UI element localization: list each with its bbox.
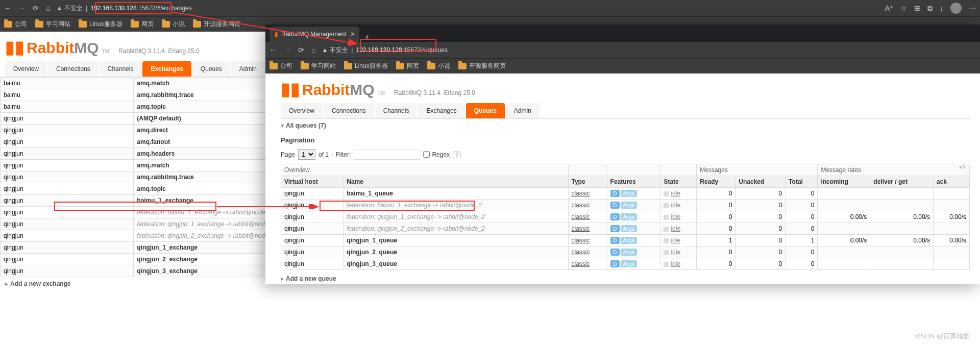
column-header[interactable]: Virtual host: [281, 176, 344, 188]
extensions-icon[interactable]: ⊞: [914, 4, 920, 12]
tab-exchanges[interactable]: Exchanges: [142, 61, 191, 77]
column-header[interactable]: Total: [786, 176, 818, 188]
bookmark-item[interactable]: 学习网站: [35, 20, 70, 29]
new-tab-button[interactable]: +: [359, 33, 374, 42]
ack-cell: [934, 188, 970, 200]
bookmark-item[interactable]: 公司: [270, 62, 292, 70]
deliver-cell: 0.00/s: [870, 211, 934, 223]
bookmark-item[interactable]: 网页: [131, 20, 154, 29]
column-header[interactable]: Type: [568, 176, 607, 188]
type-cell: classic: [568, 211, 607, 223]
tab-title: RabbitMQ Management: [281, 31, 346, 38]
bookmark-item[interactable]: Linux服务器: [344, 62, 388, 70]
column-header[interactable]: Features: [607, 176, 660, 188]
bookmark-item[interactable]: 开源服务网页: [458, 62, 506, 70]
state-cell: idle: [660, 200, 697, 211]
column-header[interactable]: Unacked: [736, 176, 786, 188]
name-cell[interactable]: qingjun_3_queue: [344, 258, 568, 270]
back-icon[interactable]: ←: [4, 4, 11, 12]
name-cell[interactable]: baimu_1_queue: [344, 188, 568, 200]
bookmark-item[interactable]: 公司: [4, 20, 27, 29]
tab-exchanges[interactable]: Exchanges: [418, 103, 464, 118]
unacked-cell: 0: [736, 247, 786, 258]
regex-checkbox[interactable]: Regex: [423, 151, 450, 158]
download-icon[interactable]: ↓: [940, 4, 943, 12]
type-cell: classic: [568, 258, 607, 270]
filter-input[interactable]: [354, 150, 420, 160]
column-header[interactable]: deliver / get: [870, 176, 934, 188]
deliver-cell: [870, 188, 934, 200]
column-header[interactable]: Name: [344, 176, 568, 188]
vhost-cell: qingjun: [1, 230, 134, 242]
name-cell[interactable]: qingjun_1_queue: [344, 235, 568, 247]
refresh-icon[interactable]: ⟳: [298, 46, 304, 54]
table-row: qingjunqingjun_3_queueclassicDArgsidle00…: [281, 258, 970, 270]
folder-icon: [301, 63, 309, 69]
bookmark-item[interactable]: 小说: [162, 20, 185, 29]
vhost-cell: qingjun: [1, 148, 134, 160]
table-row: qingjunqingjun_1_queueclassicDArgsidle10…: [281, 235, 970, 247]
name-cell[interactable]: qingjun_2_queue: [344, 247, 568, 258]
star-icon[interactable]: ☆: [900, 4, 907, 12]
bookmark-item[interactable]: 小说: [427, 62, 450, 70]
more-icon[interactable]: ⋯: [969, 4, 976, 12]
page-select[interactable]: 1: [298, 149, 315, 160]
tab-connections[interactable]: Connections: [324, 103, 374, 118]
bookmark-item[interactable]: 学习网站: [301, 62, 336, 70]
table-row: qingjunfederation: qingjun_1_exchange ->…: [281, 211, 970, 223]
column-header[interactable]: ack: [934, 176, 970, 188]
folder-icon: [193, 21, 201, 28]
tab-channels[interactable]: Channels: [375, 103, 418, 118]
url-text[interactable]: 192.168.130.128:15672/#/exchanges: [90, 5, 191, 12]
avatar[interactable]: [950, 3, 962, 14]
column-header[interactable]: incoming: [818, 176, 870, 188]
home-icon[interactable]: ⌂: [46, 4, 50, 12]
columns-toggle[interactable]: +/-: [959, 164, 966, 170]
column-header[interactable]: State: [660, 176, 697, 188]
vhost-cell: qingjun: [1, 195, 134, 207]
collections-icon[interactable]: ⧉: [927, 4, 933, 13]
folder-icon: [396, 63, 404, 69]
tab-queues[interactable]: Queues: [466, 103, 505, 118]
browser-toolbar: ← → ⟳ ⌂ ▲ 不安全 | 192.168.130.128:15672/#/…: [0, 0, 980, 16]
ack-cell: [934, 247, 970, 258]
bookmark-item[interactable]: Linux服务器: [79, 20, 122, 29]
tab-admin[interactable]: Admin: [506, 103, 540, 118]
refresh-icon[interactable]: ⟳: [33, 4, 39, 12]
features-cell: DArgs: [607, 247, 660, 258]
name-cell[interactable]: federation: qingjun_1_exchange -> rabbit…: [344, 211, 568, 223]
tab-overview[interactable]: Overview: [5, 61, 47, 77]
back-icon[interactable]: ←: [270, 46, 277, 54]
tab-admin[interactable]: Admin: [231, 61, 265, 77]
features-cell: DArgs: [607, 258, 660, 270]
features-cell: DArgs: [607, 188, 660, 200]
features-cell: DArgs: [607, 223, 660, 235]
total-cell: 0: [786, 247, 818, 258]
features-cell: DArgs: [607, 200, 660, 211]
tab-overview[interactable]: Overview: [281, 103, 323, 118]
text-size-icon[interactable]: A⁺: [885, 4, 893, 12]
help-icon[interactable]: ?: [453, 151, 461, 158]
ready-cell: 0: [697, 188, 736, 200]
forward-icon[interactable]: →: [18, 4, 26, 12]
bookmark-item[interactable]: 网页: [396, 62, 419, 70]
add-queue-toggle[interactable]: ▸Add a new queue: [281, 270, 970, 284]
tab-queues[interactable]: Queues: [192, 61, 230, 77]
unacked-cell: 0: [736, 211, 786, 223]
browser-tab[interactable]: ▮ RabbitMQ Management ✕: [270, 27, 359, 42]
tab-connections[interactable]: Connections: [48, 61, 99, 77]
ack-cell: [934, 200, 970, 211]
close-icon[interactable]: ✕: [350, 31, 355, 38]
bookmark-item[interactable]: 开源服务网页: [193, 20, 240, 29]
url-text[interactable]: 192.168.130.128:15672/#/queues: [356, 46, 448, 54]
forward-icon[interactable]: →: [284, 46, 291, 54]
all-queues-toggle[interactable]: ▾All queues (7): [281, 119, 970, 132]
home-icon[interactable]: ⌂: [311, 46, 315, 54]
browser-window-2: ▮ RabbitMQ Management ✕ + ← → ⟳ ⌂ ▲ 不安全 …: [265, 24, 980, 284]
ready-cell: 0: [697, 211, 736, 223]
tab-channels[interactable]: Channels: [100, 61, 142, 77]
filter-label: - Filter:: [332, 151, 351, 158]
column-header[interactable]: Ready: [697, 176, 736, 188]
name-cell[interactable]: federation: qingjun_2_exchange -> rabbit…: [344, 223, 568, 235]
name-cell[interactable]: federation: baimu_1_exchange -> rabbit@n…: [344, 200, 568, 211]
